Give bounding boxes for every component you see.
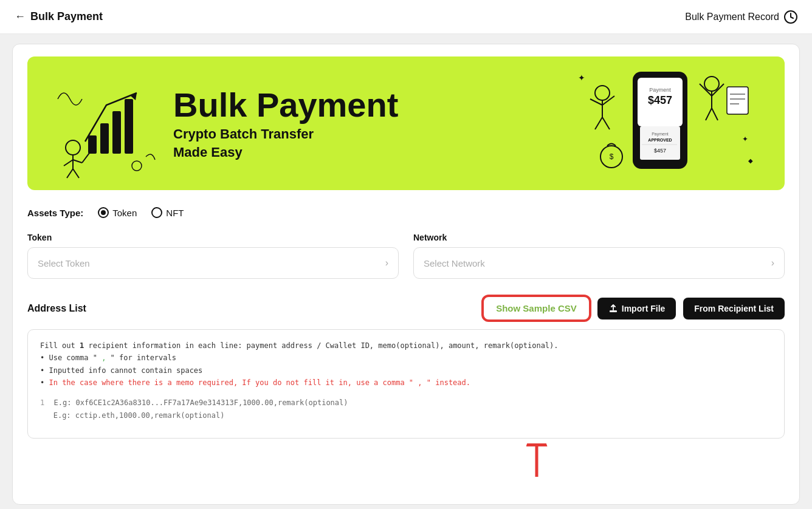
svg-text:$457: $457 — [648, 94, 672, 106]
radio-token-label: Token — [112, 208, 137, 218]
svg-text:APPROVED: APPROVED — [648, 138, 672, 142]
assets-type-label: Assets Type: — [27, 208, 83, 218]
svg-text:$457: $457 — [654, 148, 666, 154]
banner-subtitle-line2: Made Easy — [173, 145, 566, 160]
address-list-header: Address List Show Sample CSV Import File… — [27, 296, 785, 321]
svg-line-30 — [712, 108, 718, 120]
network-select[interactable]: Select Network › — [413, 247, 785, 279]
svg-text:✦: ✦ — [742, 135, 748, 143]
svg-rect-31 — [727, 87, 748, 114]
radio-nft-label: NFT — [166, 208, 184, 218]
banner-title: Bulk Payment — [173, 86, 566, 124]
network-placeholder: Select Network — [424, 258, 485, 268]
token-field-group: Token Select Token › — [27, 233, 399, 279]
svg-text:◆: ◆ — [748, 157, 753, 164]
radio-nft-circle[interactable] — [151, 207, 162, 218]
svg-rect-46 — [610, 310, 617, 312]
radio-nft[interactable]: NFT — [151, 207, 184, 218]
banner-left-illustration — [52, 63, 161, 184]
page-title: Bulk Payment — [30, 10, 103, 23]
svg-rect-5 — [112, 111, 121, 154]
upload-icon — [608, 304, 618, 313]
page-header: ← Bulk Payment Bulk Payment Record — [0, 0, 812, 34]
radio-token[interactable]: Token — [98, 207, 137, 218]
network-label: Network — [413, 233, 785, 242]
svg-point-15 — [132, 161, 142, 171]
from-recipient-list-button[interactable]: From Recipient List — [683, 298, 785, 319]
main-content: Bulk Payment Crypto Batch Transfer Made … — [12, 44, 800, 505]
banner-text: Bulk Payment Crypto Batch Transfer Made … — [161, 86, 566, 160]
bulk-payment-record-button[interactable]: Bulk Payment Record — [685, 10, 797, 24]
svg-line-27 — [700, 84, 712, 96]
example-line2: E.g: cctip.eth,1000.00,remark(optional) — [53, 411, 225, 420]
svg-line-11 — [73, 160, 82, 163]
example-line1: E.g: 0xf6CE1c2A36a8310...FF7a17Ae9e31431… — [53, 398, 348, 407]
banner-subtitle-line1: Crypto Batch Transfer — [173, 126, 566, 142]
address-textarea-wrapper: Fill out 1 recipient information in each… — [27, 329, 785, 439]
svg-line-40 — [602, 117, 610, 129]
record-label: Bulk Payment Record — [685, 12, 779, 22]
banner-right-illustration: Payment $457 Payment APPROVED $457 — [566, 63, 760, 184]
svg-line-39 — [595, 117, 602, 129]
token-select[interactable]: Select Token › — [27, 247, 399, 279]
svg-line-2 — [791, 17, 793, 18]
import-file-label: Import File — [622, 304, 666, 313]
svg-text:✦: ✦ — [578, 73, 585, 83]
svg-rect-6 — [125, 99, 133, 154]
import-file-button[interactable]: Import File — [597, 298, 676, 319]
radio-token-circle[interactable] — [98, 207, 109, 218]
address-list-title: Address List — [27, 303, 86, 314]
svg-line-28 — [712, 84, 724, 96]
token-network-row: Token Select Token › Network Select Netw… — [27, 233, 785, 279]
promo-banner: Bulk Payment Crypto Batch Transfer Made … — [27, 56, 785, 190]
address-list-actions: Show Sample CSV Import File From Recipie… — [483, 296, 785, 321]
token-arrow-icon: › — [385, 258, 388, 268]
svg-rect-3 — [88, 135, 97, 154]
svg-line-12 — [67, 169, 73, 178]
clock-icon — [784, 10, 797, 24]
svg-point-25 — [704, 77, 719, 91]
token-label: Token — [27, 233, 399, 242]
red-arrow-annotation — [526, 443, 548, 480]
svg-line-29 — [706, 108, 712, 120]
network-arrow-icon: › — [771, 258, 774, 268]
svg-line-10 — [64, 160, 73, 166]
show-sample-csv-button[interactable]: Show Sample CSV — [483, 296, 590, 321]
svg-text:$: $ — [610, 152, 614, 161]
svg-rect-4 — [100, 123, 109, 154]
svg-line-13 — [73, 169, 79, 178]
svg-text:Payment: Payment — [652, 132, 669, 137]
address-examples: 1 E.g: 0xf6CE1c2A36a8310...FF7a17Ae9e314… — [40, 397, 772, 423]
svg-text:Payment: Payment — [649, 87, 671, 93]
back-arrow-icon: ← — [15, 10, 26, 23]
token-placeholder: Select Token — [38, 258, 90, 268]
address-info-text: Fill out 1 recipient information in each… — [40, 340, 772, 389]
svg-point-35 — [595, 86, 610, 100]
back-button[interactable]: ← Bulk Payment — [15, 10, 103, 23]
network-field-group: Network Select Network › — [413, 233, 785, 279]
svg-point-8 — [66, 140, 80, 155]
assets-type-section: Assets Type: Token NFT — [27, 207, 785, 218]
svg-line-14 — [82, 151, 91, 163]
